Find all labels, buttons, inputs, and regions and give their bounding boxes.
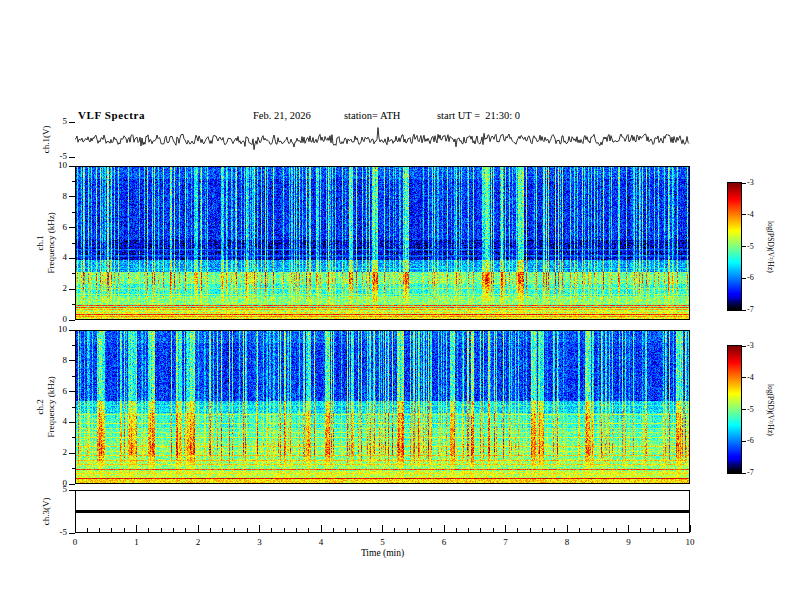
x-axis-tick-label: 6 <box>432 537 456 547</box>
ch1-spec-y-tick-label: 10 <box>41 160 67 170</box>
colorbar1-tick-label: -3 <box>747 178 763 187</box>
ch3-wave-y-tick-label: 5 <box>41 484 67 494</box>
colorbar1-label: log(PSD)(V²/Hz) <box>761 182 775 311</box>
ch1-spectrogram-canvas <box>76 167 689 319</box>
ch2-spec-y-tick-label: 4 <box>41 416 67 426</box>
x-axis-tick <box>690 525 691 532</box>
x-axis-minor-tick <box>431 528 432 532</box>
x-axis-minor-tick <box>284 528 285 532</box>
x-axis-tick <box>444 525 445 532</box>
x-axis-tick <box>505 525 506 532</box>
ch2-spec-y-tick-label: 8 <box>41 355 67 365</box>
spec-y-minor-tick <box>72 407 75 408</box>
x-axis-minor-tick <box>591 528 592 532</box>
ch1-wave-y-tick-label: 5 <box>41 116 67 126</box>
ch1-spec-y-tick <box>69 258 75 259</box>
vlf-spectra-figure: VLF Spectra Feb. 21, 2026 station= ATH s… <box>0 0 792 612</box>
ch3-voltage-axis-label-text: ch.3(V) <box>42 497 53 525</box>
x-axis-tick-label: 7 <box>494 537 518 547</box>
figure-date: Feb. 21, 2026 <box>253 110 311 121</box>
ch1-spec-y-tick-label: 2 <box>41 283 67 293</box>
x-axis-minor-tick <box>579 528 580 532</box>
x-axis-line <box>75 532 690 533</box>
station-label: station= ATH <box>344 110 400 121</box>
colorbar2-tick-label: -4 <box>747 373 763 382</box>
figure-title: VLF Spectra <box>78 109 145 121</box>
x-axis-tick-label: 3 <box>248 537 272 547</box>
x-axis-tick <box>382 525 383 532</box>
x-axis-minor-tick <box>370 528 371 532</box>
colorbar2-tick-label: -6 <box>747 436 763 445</box>
ch1-spec-y-tick-label: 8 <box>41 191 67 201</box>
x-axis-minor-tick <box>148 528 149 532</box>
ch1-waveform-canvas <box>75 122 690 157</box>
colorbar1-tick-label: -4 <box>747 210 763 219</box>
x-axis-tick-label: 10 <box>678 537 702 547</box>
spec-y-minor-tick <box>72 437 75 438</box>
ch3-wave-y-tick-label: -5 <box>41 527 67 537</box>
ch1-spec-y-tick-label: 0 <box>41 314 67 324</box>
x-axis-tick <box>136 525 137 532</box>
x-axis-minor-tick <box>357 528 358 532</box>
colorbar2-tick <box>742 441 746 442</box>
ch3-flat-signal-line <box>76 510 689 513</box>
ch2-spec-y-tick <box>69 391 75 392</box>
colorbar2-tick <box>742 473 746 474</box>
colorbar2-tick <box>742 377 746 378</box>
ch1-spec-y-tick-label: 4 <box>41 252 67 262</box>
x-axis-minor-tick <box>493 528 494 532</box>
x-axis-minor-tick <box>234 528 235 532</box>
ch2-frequency-axis-label: ch.2 Frequency (kHz) <box>31 330 61 484</box>
x-axis-minor-tick <box>173 528 174 532</box>
colorbar1-tick <box>742 246 746 247</box>
x-axis-minor-tick <box>480 528 481 532</box>
colorbar1-tick <box>742 278 746 279</box>
x-axis-tick-label: 2 <box>186 537 210 547</box>
x-axis-minor-tick <box>99 528 100 532</box>
start-ut-label: start UT = 21:30: 0 <box>437 110 520 121</box>
x-axis-minor-tick <box>640 528 641 532</box>
colorbar1-tick <box>742 310 746 311</box>
x-axis-minor-tick <box>296 528 297 532</box>
x-axis-minor-tick <box>419 528 420 532</box>
x-axis-minor-tick <box>456 528 457 532</box>
x-axis-minor-tick <box>87 528 88 532</box>
spec-y-minor-tick <box>72 304 75 305</box>
ch1-frequency-axis-label: ch.1 Frequency (kHz) <box>31 166 61 320</box>
ch2-spec-y-tick <box>69 422 75 423</box>
colorbar2-tick <box>742 346 746 347</box>
x-axis-tick-label: 4 <box>309 537 333 547</box>
x-axis-minor-tick <box>603 528 604 532</box>
ch1-spec-y-tick-label: 6 <box>41 222 67 232</box>
spec-y-minor-tick <box>72 376 75 377</box>
colorbar2-tick-label: -7 <box>747 468 763 477</box>
colorbar2-canvas <box>728 346 741 473</box>
colorbar1-tick-label: -5 <box>747 242 763 251</box>
x-axis-minor-tick <box>222 528 223 532</box>
ch1-spec-y-tick <box>69 166 75 167</box>
ch1-wave-y-tick <box>69 157 75 158</box>
x-axis-minor-tick <box>394 528 395 532</box>
colorbar2-label: log(PSD)(V²/Hz) <box>761 345 775 474</box>
x-axis-minor-tick <box>185 528 186 532</box>
x-axis-minor-tick <box>124 528 125 532</box>
ch2-spec-y-tick-label: 10 <box>41 324 67 334</box>
x-axis-minor-tick <box>677 528 678 532</box>
ch1-spec-y-tick <box>69 196 75 197</box>
ch1-spec-y-tick <box>69 227 75 228</box>
x-axis-minor-tick <box>554 528 555 532</box>
ch2-spec-y-tick <box>69 453 75 454</box>
ch2-spec-y-tick <box>69 484 75 485</box>
x-axis-tick-label: 0 <box>63 537 87 547</box>
x-axis-minor-tick <box>111 528 112 532</box>
x-axis-minor-tick <box>247 528 248 532</box>
x-axis-minor-tick <box>542 528 543 532</box>
ch2-spec-y-tick-label: 2 <box>41 447 67 457</box>
colorbar1-canvas <box>728 183 741 310</box>
ch1-spec-y-tick <box>69 289 75 290</box>
colorbar1-tick-label: -6 <box>747 273 763 282</box>
x-axis-tick <box>628 525 629 532</box>
x-axis-minor-tick <box>616 528 617 532</box>
x-axis-minor-tick <box>161 528 162 532</box>
ch2-spec-y-tick <box>69 360 75 361</box>
